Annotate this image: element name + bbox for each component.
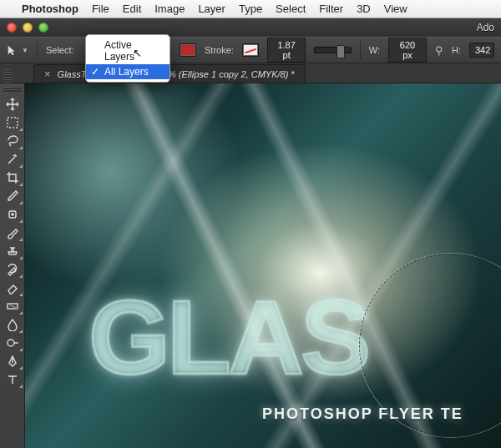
separator xyxy=(37,41,38,59)
link-dimensions-icon[interactable]: ⚲ xyxy=(435,44,443,57)
select-layers-dropdown[interactable]: Active Layers All Layers ↖ xyxy=(85,34,170,83)
height-label: H: xyxy=(452,45,461,55)
tool-preset-picker[interactable]: ▼ xyxy=(7,44,28,56)
pen-tool[interactable] xyxy=(2,352,23,370)
artwork-headline: GLAS xyxy=(89,277,367,398)
menu-type[interactable]: Type xyxy=(239,3,262,15)
brush-tool[interactable] xyxy=(2,224,23,242)
select-label: Select: xyxy=(46,45,74,55)
stroke-type-picker[interactable] xyxy=(314,47,352,53)
options-bar: ▼ Select: Active Layers All Layers ↖ Fil… xyxy=(0,37,501,63)
tools-panel xyxy=(0,83,25,448)
width-field[interactable]: 620 px xyxy=(388,38,427,63)
gradient-tool[interactable] xyxy=(2,297,23,315)
menu-3d[interactable]: 3D xyxy=(357,3,371,15)
app-window: Ado ▼ Select: Active Layers All Layers ↖… xyxy=(0,18,501,448)
stroke-label: Stroke: xyxy=(205,45,234,55)
eraser-tool[interactable] xyxy=(2,279,23,297)
menu-layer[interactable]: Layer xyxy=(198,3,225,15)
close-tab-icon[interactable]: × xyxy=(44,68,51,80)
dropdown-item-all-layers[interactable]: All Layers xyxy=(86,64,170,79)
separator xyxy=(360,41,361,59)
tabbar-grip-icon[interactable] xyxy=(3,69,12,83)
document-canvas[interactable]: GLAS PHOTOSHOP FLYER TE xyxy=(25,83,501,448)
menu-edit[interactable]: Edit xyxy=(123,3,141,15)
eyedropper-tool[interactable] xyxy=(2,187,23,205)
close-window-button[interactable] xyxy=(7,23,17,33)
zoom-window-button[interactable] xyxy=(38,23,48,33)
document-tabbar: × GlassTemplate.psd @ 65.6% (Ellipse 1 c… xyxy=(0,63,501,83)
window-titlebar: Ado xyxy=(0,18,501,37)
svg-rect-0 xyxy=(8,118,18,128)
marquee-tool[interactable] xyxy=(2,113,23,132)
menu-image[interactable]: Image xyxy=(154,3,185,15)
workspace: GLAS PHOTOSHOP FLYER TE xyxy=(0,83,501,448)
crop-tool[interactable] xyxy=(2,169,23,187)
menu-select[interactable]: Select xyxy=(276,3,306,15)
mac-menubar: Photoshop File Edit Image Layer Type Sel… xyxy=(0,0,501,18)
svg-point-3 xyxy=(8,340,14,346)
history-brush-tool[interactable] xyxy=(2,260,23,279)
fill-color-swatch[interactable] xyxy=(180,43,196,57)
width-label: W: xyxy=(369,45,380,55)
clone-stamp-tool[interactable] xyxy=(2,242,23,260)
menu-filter[interactable]: Filter xyxy=(319,3,343,15)
menu-view[interactable]: View xyxy=(384,3,407,15)
menu-file[interactable]: File xyxy=(92,3,109,15)
stroke-color-swatch[interactable] xyxy=(242,43,259,57)
blur-tool[interactable] xyxy=(2,315,23,334)
lasso-tool[interactable] xyxy=(2,132,23,150)
menubar-app[interactable]: Photoshop xyxy=(22,3,78,15)
tools-grip-icon[interactable] xyxy=(3,87,22,92)
move-tool[interactable] xyxy=(2,95,23,113)
magic-wand-tool[interactable] xyxy=(2,150,23,169)
dodge-tool[interactable] xyxy=(2,334,23,352)
dropdown-item-active-layers[interactable]: Active Layers xyxy=(86,38,170,64)
window-title: Ado xyxy=(477,22,494,33)
healing-brush-tool[interactable] xyxy=(2,205,23,224)
minimize-window-button[interactable] xyxy=(23,23,33,33)
stroke-weight-field[interactable]: 1.87 pt xyxy=(267,38,306,63)
type-tool[interactable] xyxy=(2,370,23,389)
height-field[interactable]: 342 xyxy=(469,43,494,58)
